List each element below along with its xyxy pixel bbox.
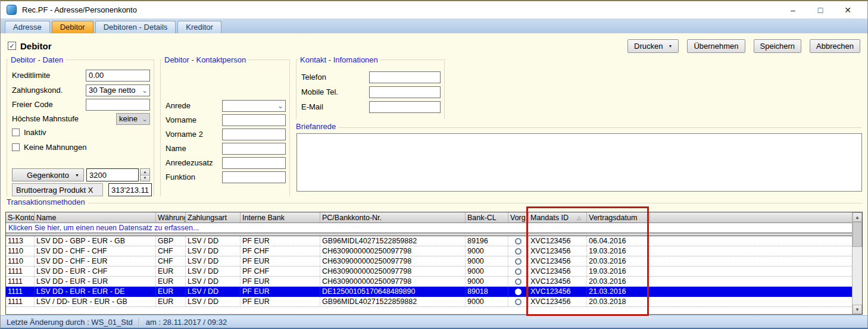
table-row[interactable]: 1111LSV DD - EUR - EUR - DEEURLSV / DDPF… — [6, 287, 862, 297]
cell-zahlungsart: LSV / DD — [186, 256, 241, 266]
vorname-2-input[interactable] — [222, 129, 286, 140]
anrede-select[interactable]: ⌄ — [222, 100, 286, 112]
field-row-name: Name — [166, 142, 286, 155]
cell-vorgabe — [508, 236, 529, 246]
cell-vorgabe — [508, 287, 529, 296]
scroll-down-icon[interactable]: ▼ — [853, 305, 862, 314]
column-header-vorg[interactable]: Vorg... — [508, 212, 529, 223]
close-icon[interactable]: ✕ — [834, 5, 861, 15]
dropdown-arrow-icon: ▼ — [75, 173, 79, 177]
column-header-name[interactable]: Name — [35, 212, 156, 223]
scrollbar-thumb[interactable] — [853, 222, 862, 247]
cell-mandats_id: XVC123456 — [529, 267, 587, 276]
keine-mahnungen-row: Keine Mahnungen — [12, 142, 87, 152]
table-row[interactable]: 1113LSV DD - GBP - EUR - GBGBPLSV / DDPF… — [6, 236, 862, 246]
spin-down-icon[interactable]: ▼ — [140, 176, 149, 181]
app-window: Rec.PF - Adresse/Personenkonto – □ ✕ Adr… — [0, 0, 868, 329]
briefanrede-label: Briefanrede — [296, 122, 336, 131]
bruttoertrag-button[interactable]: Bruttoertrag Produkt X — [12, 183, 103, 196]
mobile-tel-input[interactable] — [369, 86, 441, 98]
cell-interne_bank: PF EUR — [241, 287, 320, 296]
freier-code-label: Freier Code — [12, 100, 53, 109]
telefon-input[interactable] — [369, 71, 441, 83]
funktion-input[interactable] — [222, 171, 286, 183]
vorgabe-radio[interactable] — [515, 248, 522, 255]
vorgabe-radio[interactable] — [515, 238, 522, 245]
column-header-zahlungsart[interactable]: Zahlungsart — [186, 212, 241, 223]
e-mail-input[interactable] — [369, 101, 441, 113]
bruttoertrag-row: Bruttoertrag Produkt X 313'213.11 — [12, 183, 152, 196]
table-row[interactable]: 1111LSV / DD- EUR - EUR - GBEURLSV / DDP… — [6, 297, 862, 307]
group-kontaktperson: Debitor - Kontaktperson Anrede⌄VornameVo… — [160, 59, 290, 196]
kreditlimite-input[interactable]: 0.00 — [86, 70, 150, 82]
speichern-button[interactable]: Speichern — [754, 39, 802, 53]
funktion-label: Funktion — [166, 173, 195, 181]
cell-bankkonto_nr: GB96MIDL40271522859882 — [320, 236, 466, 246]
vorgabe-radio[interactable] — [515, 258, 522, 265]
keine-mahnungen-checkbox[interactable] — [12, 143, 20, 151]
table-row[interactable]: 1110LSV DD - CHF - EURCHFLSV / DDPF EURC… — [6, 256, 862, 267]
tab-adresse[interactable]: Adresse — [5, 21, 50, 33]
briefanrede-textarea[interactable] — [296, 133, 862, 192]
chevron-down-icon: ⌄ — [277, 103, 283, 109]
cell-bank_cl: 9000 — [466, 297, 508, 306]
gegenkonto-input[interactable]: 3200 — [86, 168, 139, 181]
spin-up-icon[interactable]: ▲ — [140, 169, 149, 176]
vorname-input[interactable] — [222, 114, 286, 126]
abbrechen-button[interactable]: Abbrechen — [810, 39, 860, 53]
chevron-down-icon: ⌄ — [142, 116, 148, 122]
page-title: Debitor — [20, 41, 52, 51]
zahlungskond-select[interactable]: 30 Tage netto ⌄ — [86, 84, 150, 96]
vorgabe-radio[interactable] — [515, 299, 522, 305]
status-last-change: Letzte Änderung durch : WS_01_Std — [7, 318, 133, 327]
mahnstufe-select[interactable]: keine ⌄ — [116, 113, 150, 125]
group-kontakt-informationen: Kontakt - Infomationen TelefonMobile Tel… — [296, 59, 445, 119]
cell-waehrung: EUR — [156, 287, 186, 296]
transaktionsmethoden-table: S-KontoNameWährungZahlungsartInterne Ban… — [5, 212, 863, 315]
scroll-up-icon[interactable]: ▲ — [853, 212, 862, 222]
anredezusatz-input[interactable] — [222, 157, 286, 169]
cell-s_konto: 1113 — [6, 236, 35, 246]
vorgabe-radio[interactable] — [515, 278, 522, 285]
gegenkonto-button[interactable]: Gegenkonto ▼ — [12, 168, 84, 181]
column-header-vertragsdatum[interactable]: Vertragsdatum — [587, 212, 650, 223]
tab-debitor[interactable]: Debitor — [52, 21, 93, 33]
cell-s_konto: 1110 — [6, 256, 35, 266]
column-header-interne-bank[interactable]: Interne Bank — [241, 212, 320, 223]
field-row-e-mail: E-Mail — [301, 101, 441, 113]
cell-vertragsdatum: 21.03.2016 — [587, 287, 650, 296]
cell-vorgabe — [508, 277, 529, 286]
cell-waehrung: GBP — [156, 236, 186, 246]
cell-bank_cl: 9000 — [466, 256, 508, 266]
vorgabe-radio[interactable] — [515, 289, 522, 295]
cell-interne_bank: PF CHF — [241, 246, 320, 256]
new-record-row[interactable]: Klicken Sie hier, um einen neuen Datensa… — [6, 223, 862, 233]
column-header-s-konto[interactable]: S-Konto — [6, 212, 35, 223]
divider — [339, 127, 861, 128]
column-header-w-hrung[interactable]: Währung — [156, 212, 186, 223]
tab-debitoren-details[interactable]: Debitoren - Details — [95, 21, 176, 33]
table-row[interactable]: 1111LSV DD - EUR - CHFEURLSV / DDPF CHFC… — [6, 267, 862, 277]
table-row[interactable]: 1110LSV DD - CHF - CHFCHFLSV / DDPF CHFC… — [6, 246, 862, 256]
cell-waehrung: CHF — [156, 246, 186, 256]
column-header-mandats-id[interactable]: Mandats ID△ — [529, 212, 587, 223]
vorgabe-radio[interactable] — [515, 268, 522, 275]
minimize-icon[interactable]: – — [779, 5, 807, 15]
name-input[interactable] — [222, 143, 286, 155]
table-scrollbar[interactable]: ▲ ▼ — [852, 212, 862, 314]
cell-bankkonto_nr: DE12500105170648489890 — [320, 287, 466, 296]
freier-code-input[interactable] — [86, 99, 150, 111]
inaktiv-checkbox[interactable] — [12, 129, 20, 136]
name-label: Name — [166, 144, 186, 153]
field-row-anrede: Anrede⌄ — [166, 99, 286, 112]
maximize-icon[interactable]: □ — [807, 5, 834, 15]
uebernehmen-button[interactable]: Übernehmen — [687, 39, 745, 53]
column-header-bank-cl[interactable]: Bank-CL — [466, 212, 508, 223]
group-title: Kontakt - Infomationen — [298, 55, 380, 64]
cell-s_konto: 1111 — [6, 297, 35, 306]
column-header-pc-bankkonto-nr[interactable]: PC/Bankkonto-Nr. — [320, 212, 466, 223]
drucken-button[interactable]: Drucken ▼ — [627, 39, 679, 53]
tab-kreditor[interactable]: Kreditor — [177, 21, 221, 33]
table-row[interactable]: 1111LSV DD - EUR - EUREURLSV / DDPF EURC… — [6, 277, 862, 287]
debitor-checkbox[interactable]: ✓ — [8, 42, 16, 50]
